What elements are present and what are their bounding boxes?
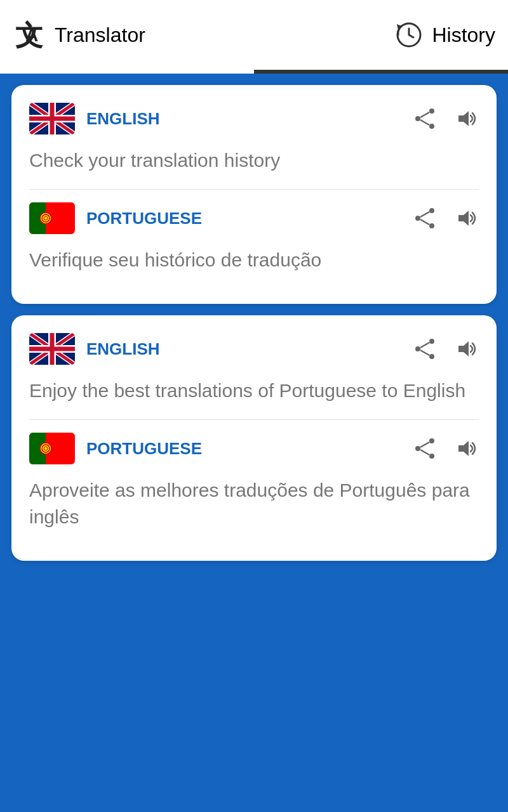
- share-button-source-2[interactable]: [411, 335, 439, 363]
- svg-line-16: [420, 112, 429, 117]
- speaker-icon: [453, 107, 476, 130]
- target-lang-label-2: PORTUGUESE: [86, 439, 400, 459]
- source-lang-row-1: ENGLISH: [29, 103, 479, 134]
- translator-label: Translator: [55, 23, 145, 47]
- target-text-1: Verifique seu histórico de tradução: [29, 240, 479, 286]
- svg-point-41: [429, 354, 434, 359]
- svg-line-53: [420, 442, 429, 447]
- app-header: 文 A Translator History: [0, 0, 508, 70]
- source-lang-label-2: ENGLISH: [86, 339, 400, 359]
- target-lang-row-1: PORTUGUESE: [29, 202, 479, 234]
- svg-marker-29: [458, 211, 469, 226]
- source-lang-label-1: ENGLISH: [86, 109, 400, 129]
- pt-flag-2: [29, 433, 75, 464]
- svg-marker-18: [458, 111, 469, 126]
- history-list: ENGLISH Check your transl: [0, 74, 508, 572]
- target-lang-label-1: PORTUGUESE: [86, 209, 400, 228]
- source-text-2: Enjoy the best translations of Portugues…: [29, 371, 479, 417]
- share-icon: [414, 107, 437, 130]
- source-lang-row-2: ENGLISH: [29, 333, 479, 365]
- card-divider-2: [29, 419, 479, 420]
- history-card-1: ENGLISH Check your transl: [11, 85, 497, 304]
- target-text-2: Aproveite as melhores traduções de Portu…: [29, 471, 479, 543]
- svg-marker-44: [458, 341, 469, 357]
- uk-flag-2: [29, 333, 75, 365]
- svg-point-13: [429, 108, 434, 114]
- share-icon: [414, 337, 437, 360]
- speaker-icon: [453, 207, 476, 230]
- translate-icon: 文 A: [13, 18, 46, 51]
- speaker-icon: [453, 337, 476, 360]
- share-icon: [414, 207, 437, 230]
- history-icon: [395, 21, 423, 49]
- share-button-source-1[interactable]: [411, 105, 439, 133]
- history-label: History: [432, 23, 495, 47]
- share-button-target-2[interactable]: [411, 435, 439, 462]
- speaker-button-source-1[interactable]: [451, 105, 479, 133]
- svg-line-54: [420, 450, 429, 455]
- share-button-target-1[interactable]: [411, 204, 439, 232]
- svg-line-17: [420, 120, 429, 125]
- speaker-button-target-2[interactable]: [451, 435, 479, 462]
- speaker-button-target-1[interactable]: [451, 204, 479, 232]
- card-divider-1: [29, 189, 479, 190]
- history-tab-indicator: [254, 70, 508, 74]
- target-lang-row-2: PORTUGUESE: [29, 433, 479, 464]
- translator-tab[interactable]: 文 A Translator: [13, 18, 395, 51]
- svg-line-28: [420, 219, 429, 225]
- translator-tab-indicator: [0, 70, 254, 74]
- svg-line-27: [420, 212, 429, 217]
- svg-point-52: [429, 454, 434, 459]
- svg-point-23: [44, 216, 48, 220]
- svg-point-14: [415, 116, 420, 121]
- share-icon: [414, 437, 437, 460]
- svg-point-26: [429, 223, 434, 228]
- pt-flag-1: [29, 202, 75, 234]
- svg-point-50: [429, 438, 434, 443]
- speaker-button-source-2[interactable]: [451, 335, 479, 363]
- uk-flag-1: [29, 103, 75, 134]
- source-text-1: Check your translation history: [29, 141, 479, 187]
- svg-line-42: [420, 343, 429, 348]
- svg-point-15: [429, 124, 434, 129]
- speaker-icon: [453, 437, 476, 460]
- svg-point-49: [44, 447, 48, 450]
- svg-line-43: [420, 350, 429, 355]
- svg-text:A: A: [25, 25, 38, 45]
- svg-point-24: [429, 208, 434, 213]
- svg-point-40: [415, 346, 420, 351]
- svg-marker-55: [458, 441, 469, 456]
- svg-point-51: [415, 446, 420, 451]
- svg-point-39: [429, 339, 434, 344]
- history-card-2: ENGLISH Enjoy the best translations of: [11, 315, 497, 561]
- history-tab[interactable]: History: [395, 21, 495, 49]
- tab-indicator: [0, 70, 508, 74]
- svg-point-25: [415, 216, 420, 221]
